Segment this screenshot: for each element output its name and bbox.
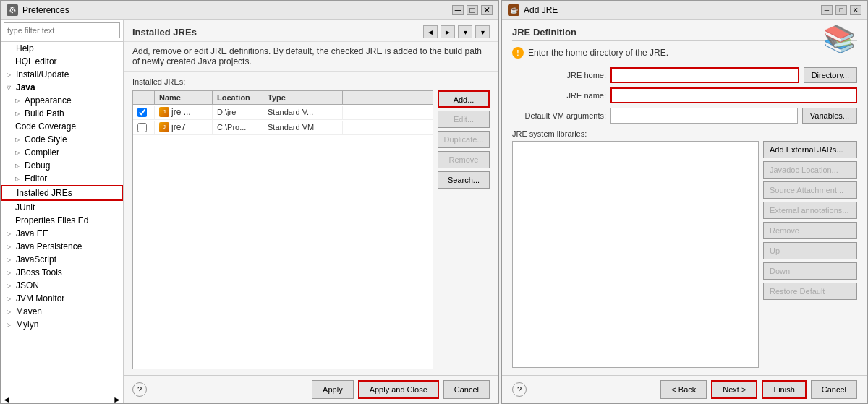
sidebar-item-maven[interactable]: ▷ Maven xyxy=(1,305,123,318)
sidebar-item-jvm[interactable]: ▷ JVM Monitor xyxy=(1,292,123,305)
sidebar-item-label: Code Style xyxy=(25,134,67,145)
sidebar-item-jboss[interactable]: ▷ JBoss Tools xyxy=(1,266,123,279)
remove-button[interactable]: Remove xyxy=(438,151,490,168)
sidebar-item-debug[interactable]: ▷ Debug xyxy=(1,159,123,172)
maximize-button[interactable]: □ xyxy=(467,5,478,15)
mylyn-arrow: ▷ xyxy=(7,322,14,328)
scroll-left[interactable]: ◄ xyxy=(2,395,11,404)
sidebar-item-label: Java EE xyxy=(16,228,48,238)
jre-name-input[interactable] xyxy=(610,87,857,103)
vm-args-label: Default VM arguments: xyxy=(512,111,606,120)
sidebar-item-label: Debug xyxy=(25,160,50,171)
scroll-right[interactable]: ► xyxy=(113,395,122,404)
source-attachment-button[interactable]: Source Attachment... xyxy=(763,181,857,199)
syslib-down-button[interactable]: Down xyxy=(763,262,857,280)
vm-args-input[interactable] xyxy=(610,108,798,124)
variables-button[interactable]: Variables... xyxy=(802,108,857,124)
jre-home-input[interactable] xyxy=(610,67,799,83)
main-header: Installed JREs ◄ ► ▾ ▾ xyxy=(124,20,498,42)
directory-button[interactable]: Directory... xyxy=(804,67,857,83)
table-row[interactable]: J jre ... D:\jre Standard V... xyxy=(133,105,433,120)
addjre-cancel-button[interactable]: Cancel xyxy=(811,380,857,399)
add-button[interactable]: Add... xyxy=(438,90,490,108)
row1-check[interactable] xyxy=(133,106,155,119)
sidebar-item-label: Installed JREs xyxy=(17,188,72,198)
syslib-body: Add External JARs... Javadoc Location...… xyxy=(512,141,857,368)
sidebar-item-installedjres[interactable]: Installed JREs xyxy=(1,185,123,201)
table-row[interactable]: J jre7 C:\Pro... Standard VM xyxy=(133,120,433,135)
sidebar-item-codestyle[interactable]: ▷ Code Style xyxy=(1,133,123,146)
sidebar-item-compiler[interactable]: ▷ Compiler xyxy=(1,146,123,159)
addjre-help-button[interactable]: ? xyxy=(512,382,527,397)
nav-forward-button[interactable]: ► xyxy=(441,25,455,38)
sidebar-item-javapersistence[interactable]: ▷ Java Persistence xyxy=(1,240,123,253)
editor-arrow: ▷ xyxy=(15,176,22,182)
javadoc-location-button[interactable]: Javadoc Location... xyxy=(763,161,857,179)
sidebar-item-mylyn[interactable]: ▷ Mylyn xyxy=(1,318,123,331)
duplicate-button[interactable]: Duplicate... xyxy=(438,131,490,148)
jre2-checkbox[interactable] xyxy=(137,123,147,132)
sidebar-item-label: Build Path xyxy=(25,108,64,119)
jre-icon: J xyxy=(159,107,169,117)
sidebar-item-javaee[interactable]: ▷ Java EE xyxy=(1,227,123,240)
addjre-maximize[interactable]: □ xyxy=(835,5,847,15)
edit-button[interactable]: Edit... xyxy=(438,111,490,128)
row2-check[interactable] xyxy=(133,121,155,134)
jre-icon: J xyxy=(159,122,169,132)
nav-back-button[interactable]: ◄ xyxy=(423,25,438,38)
add-external-jars-button[interactable]: Add External JARs... xyxy=(763,141,857,158)
sidebar-item-properties[interactable]: Properties Files Ed xyxy=(1,214,123,227)
main-title: Installed JREs xyxy=(132,27,197,38)
minimize-button[interactable]: ─ xyxy=(452,5,464,15)
sidebar-item-codecoverage[interactable]: Code Coverage xyxy=(1,120,123,133)
sidebar-item-label: Properties Files Ed xyxy=(15,215,88,225)
addjre-titlebar-left: ☕ Add JRE xyxy=(508,4,558,16)
sidebar-item-java[interactable]: ▽ Java xyxy=(1,81,123,94)
sidebar-item-install[interactable]: ▷ Install/Update xyxy=(1,68,123,81)
sidebar-scrollbar[interactable]: ◄ ► xyxy=(1,395,123,403)
jre1-checkbox[interactable] xyxy=(137,108,147,117)
addjre-close[interactable]: ✕ xyxy=(850,5,861,15)
back-button[interactable]: < Back xyxy=(660,380,707,399)
sidebar-item-hql[interactable]: HQL editor xyxy=(1,55,123,68)
jre-table-container: Name Location Type J jre ... xyxy=(132,90,490,369)
row2-name: J jre7 xyxy=(155,120,213,134)
sidebar-item-javascript[interactable]: ▷ JavaScript xyxy=(1,253,123,266)
sidebar-item-label: Code Coverage xyxy=(15,121,76,132)
ext-annotations-button[interactable]: External annotations... xyxy=(763,202,857,219)
preferences-titlebar: ⚙ Preferences ─ □ ✕ xyxy=(1,1,498,20)
row1-location: D:\jre xyxy=(213,106,263,119)
search-input[interactable] xyxy=(4,22,120,38)
syslib-list[interactable] xyxy=(512,141,759,368)
sidebar-item-json[interactable]: ▷ JSON xyxy=(1,279,123,292)
restore-default-button[interactable]: Restore Default xyxy=(763,283,857,300)
sidebar-item-label: Appearance xyxy=(25,95,72,106)
close-button[interactable]: ✕ xyxy=(481,5,493,15)
nav-down-button[interactable]: ▾ xyxy=(458,25,472,38)
jre-home-row: JRE home: Directory... xyxy=(512,67,857,83)
sidebar-item-label: Compiler xyxy=(25,147,59,158)
nav-menu-button[interactable]: ▾ xyxy=(475,25,490,38)
syslib-remove-button[interactable]: Remove xyxy=(763,222,857,239)
sidebar-item-editor[interactable]: ▷ Editor xyxy=(1,172,123,185)
syslib-up-button[interactable]: Up xyxy=(763,242,857,259)
sidebar-item-label: JBoss Tools xyxy=(16,267,62,278)
addjre-section-title: JRE Definition xyxy=(512,27,857,41)
help-button[interactable]: ? xyxy=(132,382,147,397)
sidebar-item-label: JavaScript xyxy=(16,254,56,265)
jre-name-label: JRE name: xyxy=(512,91,606,100)
sidebar-item-label: Editor xyxy=(25,173,47,184)
search-button[interactable]: Search... xyxy=(438,171,490,189)
sidebar-item-help[interactable]: Help xyxy=(1,42,123,55)
sidebar-item-junit[interactable]: JUnit xyxy=(1,201,123,214)
apply-close-button[interactable]: Apply and Close xyxy=(358,380,439,399)
next-button[interactable]: Next > xyxy=(711,380,757,399)
finish-button[interactable]: Finish xyxy=(762,380,806,399)
installed-label: Installed JREs: xyxy=(132,77,490,86)
addjre-minimize[interactable]: ─ xyxy=(821,5,833,15)
sidebar-item-buildpath[interactable]: ▷ Build Path xyxy=(1,107,123,120)
jvm-arrow: ▷ xyxy=(7,296,14,302)
apply-button[interactable]: Apply xyxy=(312,380,354,399)
sidebar-item-appearance[interactable]: ▷ Appearance xyxy=(1,94,123,107)
cancel-button[interactable]: Cancel xyxy=(443,380,490,399)
